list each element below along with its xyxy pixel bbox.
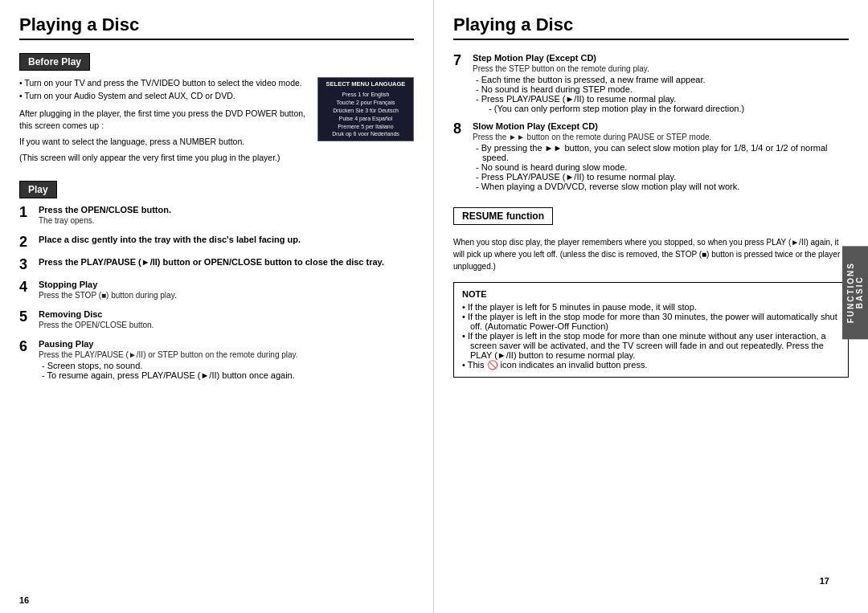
step-1-number: 1 [19,205,34,219]
step-4-title: Stopping Play [39,280,414,289]
step-8-sub-1: By pressing the ►► button, you can selec… [473,143,849,162]
step-3: 3 Press the PLAY/PAUSE (►/II) button or … [19,257,414,272]
step-7-desc: Press the STEP button on the remote duri… [473,63,849,75]
step-1-content: Press the OPEN/CLOSE button. The tray op… [39,205,414,227]
right-page: Playing a Disc 7 Step Motion Play (Excep… [434,0,868,613]
step-8-desc: Press the ►► button on the remote during… [473,132,849,143]
step-6-number: 6 [19,339,34,353]
step-7-title: Step Motion Play (Except CD) [473,53,849,63]
screen-item-6: Druk op 6 voor Nederlands [326,130,406,138]
step-7: 7 Step Motion Play (Except CD) Press the… [453,53,849,113]
step-7-number: 7 [453,53,468,67]
left-page-title: Playing a Disc [19,14,414,40]
play-section: Play 1 Press the OPEN/CLOSE button. The … [19,181,414,380]
right-page-inner: Playing a Disc 7 Step Motion Play (Excep… [453,14,849,594]
step-8: 8 Slow Motion Play (Except CD) Press the… [453,121,849,191]
note-item-3: If the player is left in the stop mode f… [462,331,840,360]
step-6-sub-2: To resume again, press PLAY/PAUSE (►/II)… [39,370,414,380]
step-4-content: Stopping Play Press the STOP (■) button … [39,280,414,301]
step-7-sub-2: No sound is heard during STEP mode. [473,84,849,94]
resume-section: RESUME function When you stop disc play,… [453,207,849,272]
step-6-sub-1: Screen stops, no sound. [39,361,414,370]
step-2-title: Place a disc gently into the tray with t… [39,235,414,244]
step-6-content: Pausing Play Press the PLAY/PAUSE (►/II)… [39,339,414,380]
step-3-content: Press the PLAY/PAUSE (►/II) button or OP… [39,257,414,268]
before-play-bullet-1: Turn on your TV and press the TV/VIDEO b… [19,77,309,90]
step-6: 6 Pausing Play Press the PLAY/PAUSE (►/I… [19,339,414,380]
functions-tab: BASIC FUNCTIONS [842,246,868,339]
screen-content: SELECT MENU LANGUAGE Press 1 for English… [326,80,406,138]
step-8-sub-2: No sound is heard during slow mode. [473,162,849,172]
step-2-content: Place a disc gently into the tray with t… [39,235,414,245]
step-8-sub-3: Press PLAY/PAUSE (►/II) to resume normal… [473,172,849,182]
step-5-number: 5 [19,309,34,324]
step-7-sub-3: Press PLAY/PAUSE (►/II) to resume normal… [473,94,849,104]
step-1-desc: The tray opens. [39,215,414,227]
page-number-right: 17 [820,576,829,586]
screen-title: SELECT MENU LANGUAGE [326,80,406,89]
screen-item-2: Touche 2 pour Français [326,99,406,107]
before-play-para2: If you want to select the language, pres… [19,136,309,149]
screen-item-3: Drücken Sie 3 für Deutsch [326,107,406,115]
before-play-para1: After plugging in the player, the first … [19,108,309,133]
step-5: 5 Removing Disc Press the OPEN/CLOSE but… [19,309,414,331]
step-8-title: Slow Motion Play (Except CD) [473,121,849,131]
screen-item-5: Premere 5 per Italiano [326,123,406,131]
step-2-number: 2 [19,235,34,249]
play-header: Play [19,181,57,198]
step-6-title: Pausing Play [39,339,414,349]
step-4: 4 Stopping Play Press the STOP (■) butto… [19,280,414,301]
step-3-title: Press the PLAY/PAUSE (►/II) button or OP… [39,257,414,267]
screen-image: SELECT MENU LANGUAGE Press 1 for English… [317,77,414,141]
step-7-sub-4: (You can only perform step motion play i… [473,104,849,113]
step-4-desc: Press the STOP (■) button during play. [39,290,414,301]
step-5-content: Removing Disc Press the OPEN/CLOSE butto… [39,309,414,331]
before-play-header-wrapper: Before Play [19,53,414,77]
step-1-title: Press the OPEN/CLOSE button. [39,205,414,215]
step-7-sub-1: Each time the button is pressed, a new f… [473,75,849,84]
step-7-content: Step Motion Play (Except CD) Press the S… [473,53,849,113]
note-header: NOTE [462,289,840,299]
before-play-bullet-2: Turn on your Audio System and select AUX… [19,90,309,103]
step-6-desc: Press the PLAY/PAUSE (►/II) or STEP butt… [39,349,414,361]
tab-line1: BASIC [855,276,864,309]
resume-desc: When you stop disc play, the player reme… [453,236,849,272]
note-section: NOTE If the player is left for 5 minutes… [453,282,849,378]
tab-line2: FUNCTIONS [846,262,855,323]
step-5-title: Removing Disc [39,309,414,319]
left-page: Playing a Disc Before Play Turn on your … [0,0,434,613]
functions-tab-container: BASIC FUNCTIONS [842,246,868,339]
resume-header: RESUME function [453,207,553,225]
before-play-header: Before Play [19,53,90,71]
step-5-desc: Press the OPEN/CLOSE button. [39,320,414,331]
right-page-title: Playing a Disc [453,14,849,40]
note-item-4: This 🚫 icon indicates an invalid button … [462,360,840,370]
step-8-content: Slow Motion Play (Except CD) Press the ►… [473,121,849,191]
screen-item-4: Pulse 4 para Español [326,115,406,123]
before-play-text: Turn on your TV and press the TV/VIDEO b… [19,77,309,168]
step-2: 2 Place a disc gently into the tray with… [19,235,414,249]
step-3-number: 3 [19,257,34,272]
before-play-section: Turn on your TV and press the TV/VIDEO b… [19,77,414,168]
step-1: 1 Press the OPEN/CLOSE button. The tray … [19,205,414,227]
play-header-wrapper: Play [19,181,414,205]
screen-item-1: Press 1 for English [326,91,406,99]
step-8-number: 8 [453,121,468,136]
note-item-1: If the player is left for 5 minutes in p… [462,302,840,312]
step-8-sub-4: When playing a DVD/VCD, reverse slow mot… [473,182,849,191]
note-item-2: If the player is left in the stop mode f… [462,312,840,331]
step-4-number: 4 [19,280,34,294]
before-play-para3: (This screen will only appear the very f… [19,152,309,165]
page-number-left: 16 [19,595,29,605]
